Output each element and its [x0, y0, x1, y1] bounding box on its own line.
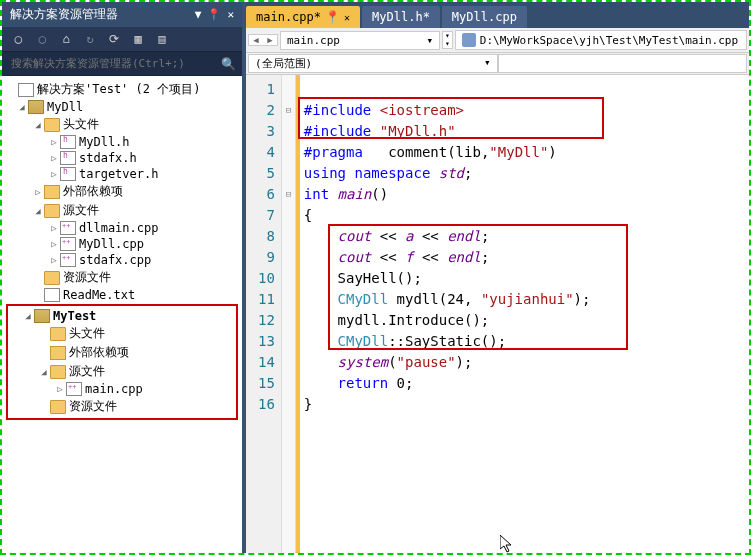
folder-headers[interactable]: 头文件	[2, 115, 242, 134]
code-area[interactable]: #include <iostream> #include "MyDll.h" #…	[300, 75, 749, 553]
file-stdafx-h[interactable]: stdafx.h	[2, 150, 242, 166]
code-line: cout << f << endl;	[304, 247, 745, 268]
cpp-icon	[60, 253, 76, 267]
search-input[interactable]	[8, 54, 221, 73]
code-line	[304, 79, 745, 100]
code-line: #include "MyDll.h"	[304, 121, 745, 142]
collapse-icon[interactable]: ▦	[130, 31, 146, 47]
folder-extdeps-2[interactable]: 外部依赖项	[8, 343, 236, 362]
cursor-icon	[500, 535, 516, 555]
tab-main-cpp[interactable]: main.cpp*📍✕	[246, 6, 360, 28]
tab-mydll-cpp[interactable]: MyDll.cpp	[442, 6, 527, 28]
code-editor[interactable]: 1234 5678 9101112 13141516 ⊟⊟ #include <…	[246, 75, 749, 553]
file-readme[interactable]: ReadMe.txt	[2, 287, 242, 303]
pin-icon[interactable]: 📍	[207, 8, 221, 21]
code-line: #include <iostream>	[304, 100, 745, 121]
explorer-toolbar: ◯ ◯ ⌂ ↻ ⟳ ▦ ▤	[2, 27, 242, 52]
tab-mydll-h[interactable]: MyDll.h*	[362, 6, 440, 28]
folder-icon	[50, 346, 66, 360]
solution-explorer: 解决方案资源管理器 ▼ 📍 ✕ ◯ ◯ ⌂ ↻ ⟳ ▦ ▤ 🔍 解决方案'Tes…	[2, 2, 242, 553]
solution-icon	[18, 83, 34, 97]
folder-resource[interactable]: 资源文件	[2, 268, 242, 287]
folder-resource-2[interactable]: 资源文件	[8, 397, 236, 416]
editor-panel: main.cpp*📍✕ MyDll.h* MyDll.cpp ◀▶ main.c…	[242, 2, 749, 553]
code-line: SayHell();	[304, 268, 745, 289]
file-stdafx-cpp[interactable]: stdafx.cpp	[2, 252, 242, 268]
back-icon[interactable]: ◯	[10, 31, 26, 47]
file-mydll-h[interactable]: MyDll.h	[2, 134, 242, 150]
project-icon	[28, 100, 44, 114]
code-line: CMyDll::SayStatic();	[304, 331, 745, 352]
forward-icon: ◯	[34, 31, 50, 47]
code-line: using namespace std;	[304, 163, 745, 184]
explorer-search-row: 🔍	[2, 52, 242, 76]
project-mytest[interactable]: MyTest	[8, 308, 236, 324]
folder-source-2[interactable]: 源文件	[8, 362, 236, 381]
nav-bar: ◀▶ main.cpp▾ ▾▾ D:\MyWorkSpace\yjh\Test\…	[246, 28, 749, 53]
home-icon[interactable]: ⌂	[58, 31, 74, 47]
search-icon[interactable]: 🔍	[221, 57, 236, 71]
explorer-title: 解决方案资源管理器	[10, 6, 195, 23]
tab-strip: main.cpp*📍✕ MyDll.h* MyDll.cpp	[246, 2, 749, 28]
folder-headers-2[interactable]: 头文件	[8, 324, 236, 343]
fold-column[interactable]: ⊟⊟	[282, 75, 296, 553]
h-icon	[60, 151, 76, 165]
scope-dropdown[interactable]: (全局范围)▾	[248, 54, 498, 73]
close-icon[interactable]: ✕	[344, 12, 350, 23]
properties-icon[interactable]: ▤	[154, 31, 170, 47]
nav-history[interactable]: ◀▶	[248, 34, 278, 46]
folder-extdeps[interactable]: 外部依赖项	[2, 182, 242, 201]
cpp-icon	[66, 382, 82, 396]
code-line: return 0;	[304, 373, 745, 394]
project-icon	[34, 309, 50, 323]
nav-splitter[interactable]: ▾▾	[442, 31, 453, 49]
folder-icon	[44, 185, 60, 199]
pin-icon[interactable]: 📍	[325, 10, 340, 24]
solution-node[interactable]: 解决方案'Test' (2 个项目)	[2, 80, 242, 99]
member-dropdown[interactable]	[498, 54, 748, 73]
file-targetver-h[interactable]: targetver.h	[2, 166, 242, 182]
refresh-icon[interactable]: ⟳	[106, 31, 122, 47]
h-icon	[60, 135, 76, 149]
code-line: CMyDll mydll(24, "yujianhui");	[304, 289, 745, 310]
folder-icon	[44, 204, 60, 218]
code-line: }	[304, 394, 745, 415]
file-main-cpp[interactable]: main.cpp	[8, 381, 236, 397]
folder-icon	[50, 400, 66, 414]
folder-icon	[44, 118, 60, 132]
code-line: cout << a << endl;	[304, 226, 745, 247]
project-mydll[interactable]: MyDll	[2, 99, 242, 115]
file-dropdown[interactable]: main.cpp▾	[280, 31, 440, 50]
h-icon	[60, 167, 76, 181]
highlight-mytest: MyTest 头文件 外部依赖项 源文件 main.cpp 资源文件	[6, 304, 238, 420]
file-dllmain-cpp[interactable]: dllmain.cpp	[2, 220, 242, 236]
code-line: #pragma comment(lib,"MyDll")	[304, 142, 745, 163]
cpp-icon	[60, 237, 76, 251]
cpp-icon	[60, 221, 76, 235]
file-path[interactable]: D:\MyWorkSpace\yjh\Test\MyTest\main.cpp	[455, 30, 747, 50]
folder-icon	[50, 365, 66, 379]
code-line: {	[304, 205, 745, 226]
file-mydll-cpp[interactable]: MyDll.cpp	[2, 236, 242, 252]
explorer-header: 解决方案资源管理器 ▼ 📍 ✕	[2, 2, 242, 27]
scope-bar: (全局范围)▾	[246, 53, 749, 75]
code-line: int main()	[304, 184, 745, 205]
folder-icon	[44, 271, 60, 285]
code-line: system("pause");	[304, 352, 745, 373]
folder-source[interactable]: 源文件	[2, 201, 242, 220]
sync-icon[interactable]: ↻	[82, 31, 98, 47]
line-gutter: 1234 5678 9101112 13141516	[246, 75, 282, 553]
folder-icon	[50, 327, 66, 341]
txt-icon	[44, 288, 60, 302]
file-icon	[462, 33, 476, 47]
solution-tree: 解决方案'Test' (2 个项目) MyDll 头文件 MyDll.h std…	[2, 76, 242, 553]
dropdown-icon[interactable]: ▼	[195, 8, 202, 21]
close-icon[interactable]: ✕	[227, 8, 234, 21]
code-line: mydll.Introduce();	[304, 310, 745, 331]
